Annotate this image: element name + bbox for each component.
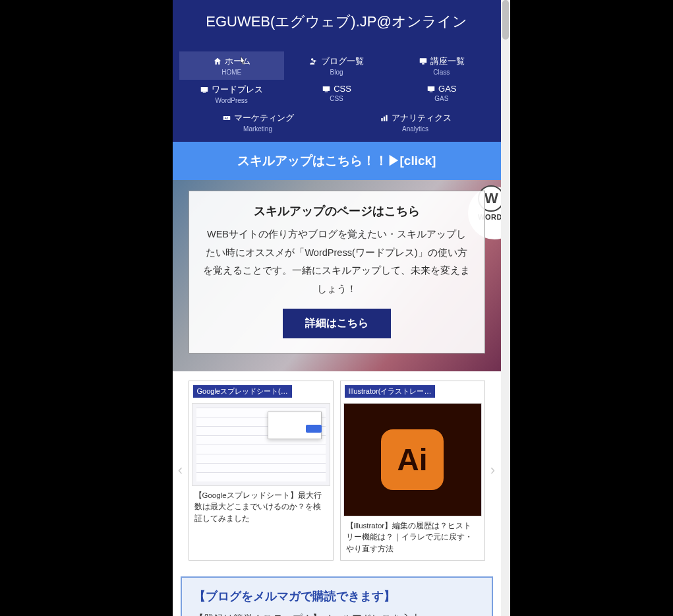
hero-body: WEBサイトの作り方やブログを覚えたい・スキルアップしたい時にオススメが「Wor… <box>202 226 471 298</box>
nav-label: ホーム <box>225 55 250 67</box>
svg-rect-5 <box>323 86 330 90</box>
wordpress-icon <box>200 85 209 94</box>
analytics-icon <box>380 113 389 123</box>
marketing-icon: Ad <box>222 113 231 123</box>
nav-marketing[interactable]: Ad マーケティング Marketing <box>179 108 337 137</box>
svg-rect-4 <box>203 92 206 93</box>
site-header: EGUWEB(エグウェブ).JP@オンライン ホーム HOME ブログ一覧 Bl… <box>173 0 501 142</box>
nav-sub: Marketing <box>182 125 334 133</box>
nav-analytics[interactable]: アナリティクス Analytics <box>337 108 494 137</box>
nav-sub: WordPress <box>182 97 281 104</box>
gas-icon <box>426 84 436 94</box>
nav-gas[interactable]: GAS GAS <box>389 80 494 108</box>
nav-home[interactable]: ホーム HOME <box>179 51 284 80</box>
scrollbar-track[interactable] <box>501 0 510 616</box>
nav-blog[interactable]: ブログ一覧 Blog <box>284 51 389 80</box>
nav-wordpress[interactable]: ワードプレス WordPress <box>179 80 284 108</box>
article-carousel: ‹ Googleスプレッドシート(… 【Googleスプレッドシート】最大行数は… <box>173 371 501 570</box>
nav-sub: CSS <box>287 95 386 102</box>
card-category-tag: Googleスプレッドシート(… <box>193 385 292 398</box>
nav-label: ブログ一覧 <box>321 55 364 67</box>
card-title: 【illustrator】編集の履歴は？ヒストリー機能は？｜イラレで元に戻す・や… <box>343 516 482 557</box>
scrollbar-thumb[interactable] <box>502 0 509 40</box>
ai-logo-icon: Ai <box>381 429 444 490</box>
hero-card: スキルアップのページはこちら WEBサイトの作り方やブログを覚えたい・スキルアッ… <box>189 191 485 354</box>
nav-label: ワードプレス <box>212 84 263 96</box>
nav-label: 講座一覧 <box>430 55 465 67</box>
hero-detail-button[interactable]: 詳細はこちら <box>283 309 391 338</box>
carousel-card[interactable]: Illustrator(イラストレー… Ai 【illustrator】編集の履… <box>340 381 485 561</box>
card-thumbnail <box>192 403 330 486</box>
nav-label: マーケティング <box>234 112 294 124</box>
carousel-prev[interactable]: ‹ <box>173 462 189 479</box>
chevron-left-icon: ‹ <box>178 462 183 478</box>
nav-row-1: ホーム HOME ブログ一覧 Blog 講座一覧 Class <box>179 51 494 80</box>
card-thumbnail: Ai <box>343 403 482 516</box>
nav-css[interactable]: CSS CSS <box>284 80 389 108</box>
newsletter-box: 【ブログをメルマガで購読できます】 【登録は簡単１ステップ！】メールアドレスを入… <box>181 576 493 616</box>
cta-text: スキルアップはこちら！！▶[click] <box>237 154 436 168</box>
hero-title: スキルアップのページはこちら <box>202 203 471 219</box>
nav-sub: HOME <box>182 69 281 76</box>
card-title: 【Googleスプレッドシート】最大行数は最大どこまでいけるのか？を検証してみま… <box>192 486 330 527</box>
svg-rect-11 <box>381 118 382 121</box>
svg-rect-1 <box>420 58 427 63</box>
nav-sub: GAS <box>392 95 491 102</box>
site-title[interactable]: EGUWEB(エグウェブ).JP@オンライン <box>179 12 494 32</box>
chevron-right-icon: › <box>490 462 495 478</box>
nav-row-2: ワードプレス WordPress CSS CSS GAS GAS <box>179 80 494 108</box>
skillup-cta-bar[interactable]: スキルアップはこちら！！▶[click] <box>173 142 501 180</box>
newsletter-heading: 【ブログをメルマガで購読できます】 <box>194 588 480 604</box>
hero-section: W WORDI スキルアップのページはこちら WEBサイトの作り方やブログを覚え… <box>173 180 501 371</box>
svg-rect-12 <box>383 117 384 121</box>
svg-rect-7 <box>428 86 435 90</box>
spreadsheet-thumb-icon <box>196 408 326 481</box>
class-icon <box>419 57 428 66</box>
svg-point-0 <box>311 58 314 61</box>
page-viewport: EGUWEB(エグウェブ).JP@オンライン ホーム HOME ブログ一覧 Bl… <box>173 0 501 616</box>
carousel-track: Googleスプレッドシート(… 【Googleスプレッドシート】最大行数は最大… <box>189 381 485 561</box>
nav-label: GAS <box>438 84 456 94</box>
nav-sub: Class <box>392 69 491 76</box>
carousel-next[interactable]: › <box>485 462 501 479</box>
svg-rect-6 <box>325 91 328 92</box>
svg-rect-3 <box>201 87 208 92</box>
illustrator-thumb-icon: Ai <box>344 404 481 516</box>
carousel-card[interactable]: Googleスプレッドシート(… 【Googleスプレッドシート】最大行数は最大… <box>189 381 334 561</box>
nav-class[interactable]: 講座一覧 Class <box>389 51 494 80</box>
svg-rect-2 <box>422 63 424 65</box>
svg-text:Ad: Ad <box>224 117 228 120</box>
css-icon <box>322 84 331 94</box>
nav-label: アナリティクス <box>392 112 452 124</box>
svg-rect-8 <box>430 91 433 92</box>
newsletter-body: 【登録は簡単１ステップ！】メールアドレスを入力 <box>194 611 480 616</box>
card-category-tag: Illustrator(イラストレー… <box>345 385 436 398</box>
nav-sub: Blog <box>287 69 386 76</box>
home-icon <box>213 57 222 66</box>
nav-row-3: Ad マーケティング Marketing アナリティクス Analytics <box>179 108 494 137</box>
nav-label: CSS <box>334 84 351 94</box>
nav-sub: Analytics <box>339 125 492 133</box>
dialog-ok-icon <box>306 425 322 433</box>
svg-rect-13 <box>386 115 387 121</box>
blog-icon <box>309 57 318 66</box>
